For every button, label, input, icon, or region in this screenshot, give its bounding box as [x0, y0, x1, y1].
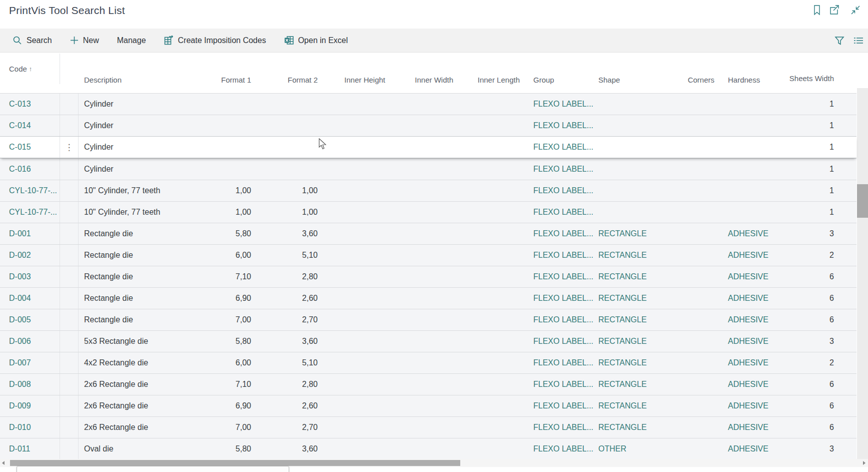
table-row[interactable]: C-014 ⋮ Cylinder FLEXO LABEL... 1 [0, 115, 856, 136]
vertical-scrollbar[interactable] [857, 88, 868, 459]
cell-hardness-link[interactable]: ADHESIVE [714, 380, 773, 389]
column-header-hardness[interactable]: Hardness [714, 76, 773, 84]
cell-group-link[interactable]: FLEXO LABEL... [520, 251, 595, 260]
cell-group-link[interactable]: FLEXO LABEL... [520, 444, 595, 453]
cell-code-link[interactable]: D-008 [9, 380, 31, 389]
cell-code-link[interactable]: D-010 [9, 423, 31, 432]
search-button[interactable]: Search [13, 36, 52, 45]
column-header-format2[interactable]: Format 2 [251, 76, 318, 84]
create-imposition-codes-button[interactable]: Create Imposition Codes [164, 36, 266, 45]
open-in-excel-button[interactable]: Open in Excel [284, 36, 348, 45]
cell-hardness-link[interactable]: ADHESIVE [714, 337, 773, 346]
bookmark-icon[interactable] [811, 5, 822, 16]
cell-code-link[interactable]: D-011 [9, 444, 30, 453]
table-row[interactable]: D-004 ⋮ Rectangle die 6,90 2,60 FLEXO LA… [0, 287, 856, 309]
cell-code-link[interactable]: D-007 [9, 358, 31, 367]
table-row[interactable]: D-006 ⋮ 5x3 Rectangle die 5,80 3,60 FLEX… [0, 330, 856, 352]
table-row[interactable]: D-007 ⋮ 4x2 Rectangle die 6,00 5,10 FLEX… [0, 352, 856, 373]
column-header-shape[interactable]: Shape [595, 76, 680, 84]
cell-code-link[interactable]: C-015 [9, 143, 31, 152]
cell-hardness-link[interactable]: ADHESIVE [714, 401, 773, 410]
cell-group-link[interactable]: FLEXO LABEL... [520, 358, 595, 367]
table-row[interactable]: D-009 ⋮ 2x6 Rectangle die 6,90 2,60 FLEX… [0, 395, 856, 416]
column-header-inner-width[interactable]: Inner Width [385, 76, 453, 84]
cell-hardness-link[interactable]: ADHESIVE [714, 358, 773, 367]
table-row[interactable]: D-002 ⋮ Rectangle die 6,00 5,10 FLEXO LA… [0, 244, 856, 266]
cell-group-link[interactable]: FLEXO LABEL... [520, 208, 595, 217]
cell-group-link[interactable]: FLEXO LABEL... [520, 143, 595, 152]
table-row[interactable]: D-010 ⋮ 2x6 Rectangle die 7,00 2,70 FLEX… [0, 416, 856, 438]
cell-shape-link[interactable]: RECTANGLE [595, 380, 680, 389]
cell-shape-link[interactable]: RECTANGLE [595, 315, 680, 324]
table-row[interactable]: D-003 ⋮ Rectangle die 7,10 2,80 FLEXO LA… [0, 266, 856, 287]
cell-code-link[interactable]: CYL-10-77-... [9, 186, 57, 195]
table-row[interactable]: D-008 ⋮ 2x6 Rectangle die 7,10 2,80 FLEX… [0, 373, 856, 395]
cell-group-link[interactable]: FLEXO LABEL... [520, 229, 595, 238]
horizontal-scrollbar-thumb[interactable] [10, 460, 460, 466]
cell-group-link[interactable]: FLEXO LABEL... [520, 380, 595, 389]
table-row[interactable]: C-016 ⋮ Cylinder FLEXO LABEL... 1 [0, 158, 856, 180]
column-header-description[interactable]: Description [79, 76, 191, 84]
scroll-left-arrow-icon[interactable] [2, 461, 5, 465]
scroll-right-arrow-icon[interactable] [863, 461, 865, 465]
cell-shape-link[interactable]: RECTANGLE [595, 294, 680, 303]
table-row[interactable]: D-005 ⋮ Rectangle die 7,00 2,70 FLEXO LA… [0, 309, 856, 330]
vertical-scrollbar-thumb[interactable] [857, 184, 868, 218]
cell-hardness-link[interactable]: ADHESIVE [714, 294, 773, 303]
cell-group-link[interactable]: FLEXO LABEL... [520, 294, 595, 303]
cell-group-link[interactable]: FLEXO LABEL... [520, 315, 595, 324]
cell-code-link[interactable]: D-005 [9, 315, 31, 324]
new-button[interactable]: New [70, 36, 99, 45]
cell-hardness-link[interactable]: ADHESIVE [714, 272, 773, 281]
cell-hardness-link[interactable]: ADHESIVE [714, 229, 773, 238]
column-header-format1[interactable]: Format 1 [191, 76, 251, 84]
cell-hardness-link[interactable]: ADHESIVE [714, 444, 773, 453]
cell-code-link[interactable]: D-003 [9, 272, 31, 281]
table-row[interactable]: CYL-10-77-... ⋮ 10" Cylinder, 77 teeth 1… [0, 180, 856, 201]
collapse-icon[interactable] [850, 5, 861, 16]
cell-shape-link[interactable]: RECTANGLE [595, 423, 680, 432]
cell-shape-link[interactable]: OTHER [595, 444, 680, 453]
cell-group-link[interactable]: FLEXO LABEL... [520, 186, 595, 195]
cell-code-link[interactable]: CYL-10-77-... [9, 208, 57, 217]
cell-group-link[interactable]: FLEXO LABEL... [520, 337, 595, 346]
cell-group-link[interactable]: FLEXO LABEL... [520, 401, 595, 410]
cell-code-link[interactable]: D-006 [9, 337, 31, 346]
column-header-corners[interactable]: Corners [680, 76, 714, 84]
column-header-group[interactable]: Group [520, 76, 595, 84]
filter-button[interactable] [834, 29, 845, 53]
cell-shape-link[interactable]: RECTANGLE [595, 272, 680, 281]
column-header-code[interactable]: Code↑ [0, 54, 60, 84]
cell-code-link[interactable]: D-004 [9, 294, 31, 303]
cell-group-link[interactable]: FLEXO LABEL... [520, 100, 595, 109]
cell-hardness-link[interactable]: ADHESIVE [714, 423, 773, 432]
manage-button[interactable]: Manage [117, 36, 146, 45]
column-header-sheets-width[interactable]: Sheets Width [773, 73, 834, 84]
table-row[interactable]: C-015 ⋮ Cylinder FLEXO LABEL... 1 [0, 136, 856, 158]
cell-group-link[interactable]: FLEXO LABEL... [520, 272, 595, 281]
cell-shape-link[interactable]: RECTANGLE [595, 358, 680, 367]
cell-group-link[interactable]: FLEXO LABEL... [520, 423, 595, 432]
cell-group-link[interactable]: FLEXO LABEL... [520, 165, 595, 174]
table-row[interactable]: C-013 ⋮ Cylinder FLEXO LABEL... 1 [0, 93, 856, 115]
cell-code-link[interactable]: D-009 [9, 401, 31, 410]
cell-code-link[interactable]: D-001 [9, 229, 31, 238]
table-row[interactable]: D-001 ⋮ Rectangle die 5,80 3,60 FLEXO LA… [0, 223, 856, 244]
open-in-new-window-icon[interactable] [829, 5, 840, 16]
cell-code-link[interactable]: C-013 [9, 100, 31, 109]
cell-shape-link[interactable]: RECTANGLE [595, 229, 680, 238]
column-header-inner-height[interactable]: Inner Height [318, 76, 385, 84]
column-header-inner-length[interactable]: Inner Length [453, 76, 520, 84]
table-row[interactable]: D-011 ⋮ Oval die 5,80 3,60 FLEXO LABEL..… [0, 438, 856, 459]
cell-code-link[interactable]: C-016 [9, 165, 31, 174]
cell-code-link[interactable]: D-002 [9, 251, 31, 260]
cell-hardness-link[interactable]: ADHESIVE [714, 251, 773, 260]
cell-hardness-link[interactable]: ADHESIVE [714, 315, 773, 324]
table-row[interactable]: CYL-10-77-... ⋮ 10" Cylinder, 77 teeth 1… [0, 201, 856, 223]
cell-shape-link[interactable]: RECTANGLE [595, 251, 680, 260]
cell-code-link[interactable]: C-014 [9, 121, 31, 130]
cell-group-link[interactable]: FLEXO LABEL... [520, 121, 595, 130]
row-options-icon[interactable]: ⋮ [65, 142, 74, 153]
list-view-button[interactable] [853, 29, 864, 53]
cell-shape-link[interactable]: RECTANGLE [595, 401, 680, 410]
